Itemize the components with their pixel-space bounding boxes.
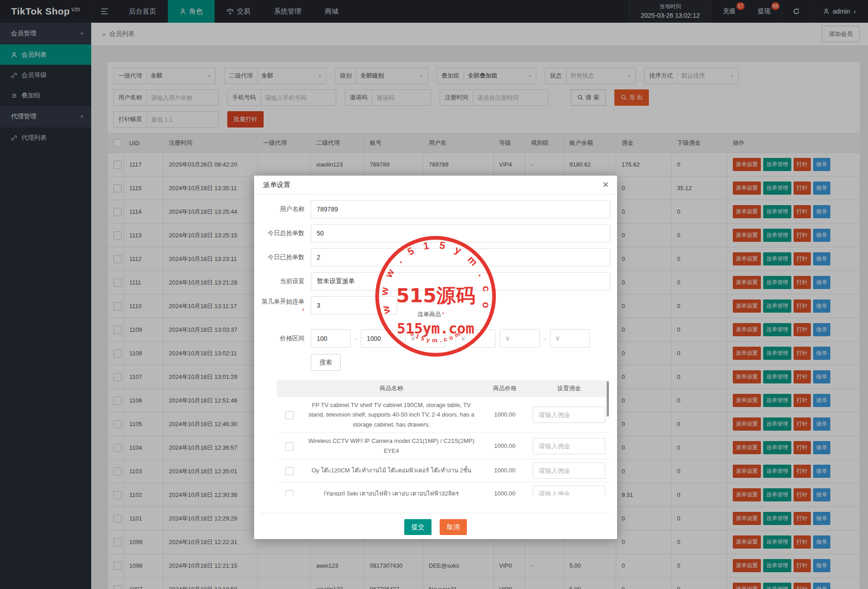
product-checkbox[interactable] (285, 411, 294, 419)
product-table-body: FP TV cabinet TV shelf TV cabinet 190CM,… (277, 397, 609, 496)
modal-field-label: 今日已抢单数 (261, 248, 304, 266)
commission-input[interactable] (533, 462, 605, 479)
chain-start-row: 第几单开始连单* 连单商品* (261, 296, 610, 329)
chain-product-label: 连单商品* (417, 310, 444, 319)
product-price: 1000.00 (481, 433, 529, 459)
product-checkbox[interactable] (285, 442, 294, 451)
modal-fields: 用户名称今日总抢单数今日已抢单数当前设置 (261, 200, 610, 290)
product-name: [Yangzi] Seki เตาอบไฟฟ้า เตาอบ เตาอบไฟฟ้… (302, 482, 481, 496)
modal-field-0: 用户名称 (261, 200, 610, 218)
product-checkbox[interactable] (285, 490, 294, 496)
product-commission-cell (529, 397, 609, 433)
price-dash: - (544, 335, 546, 342)
price-range-row: 价格区间 --- (261, 329, 610, 348)
product-price: 1000.00 (481, 482, 529, 496)
scrollbar-thumb[interactable] (607, 381, 609, 417)
product-row-1: Wireless CCTV WIFI IP Camera model C21(1… (277, 433, 609, 459)
price-input-10[interactable] (550, 329, 590, 348)
modal-title: 派单设置 (263, 181, 290, 189)
modal-search-button[interactable]: 搜索 (311, 354, 341, 371)
product-checkbox-cell (277, 397, 302, 433)
price-input-4[interactable] (405, 329, 445, 348)
product-price: 1000.00 (481, 397, 529, 433)
product-name: Wireless CCTV WIFI IP Camera model C21(1… (302, 433, 481, 459)
modal-footer: 提交 取消 (261, 513, 610, 535)
modal-field-input[interactable] (311, 272, 610, 290)
commission-input[interactable] (533, 438, 605, 454)
modal-field-label: 当前设置 (261, 272, 304, 290)
product-row-2: Oy โต๊ะ120CM โต๊ะทำงานไม้ โต๊ะคอมพิวเตอร… (277, 459, 609, 482)
product-table: 商品名称商品价格设置佣金 FP TV cabinet TV shelf TV c… (277, 380, 609, 496)
modal-field-label: 用户名称 (261, 200, 304, 218)
product-checkbox-cell (277, 482, 302, 496)
modal-field-label: 今日总抢单数 (261, 224, 304, 242)
required-asterisk: * (302, 307, 304, 314)
close-icon[interactable]: ✕ (603, 181, 609, 189)
product-commission-cell (529, 433, 609, 459)
modal-field-input[interactable] (311, 200, 610, 218)
price-input-8[interactable] (500, 329, 540, 348)
product-column-header-2: 设置佣金 (529, 380, 609, 397)
product-row-3: [Yangzi] Seki เตาอบไฟฟ้า เตาอบ เตาอบไฟฟ้… (277, 482, 609, 496)
modal-field-1: 今日总抢单数 (261, 224, 610, 242)
product-commission-cell (529, 459, 609, 482)
product-header-row: 商品名称商品价格设置佣金 (277, 380, 609, 397)
modal-header: 派单设置 ✕ (254, 176, 617, 194)
modal-field-2: 今日已抢单数 (261, 248, 610, 266)
modal-body: 用户名称今日总抢单数今日已抢单数当前设置 第几单开始连单* 连单商品* 价格区间… (254, 194, 617, 535)
product-table-wrap: 商品名称商品价格设置佣金 FP TV cabinet TV shelf TV c… (261, 380, 610, 496)
product-checkbox-cell (277, 459, 302, 482)
price-input-6[interactable] (456, 329, 495, 348)
product-commission-cell (529, 482, 609, 496)
product-checkbox-cell (277, 433, 302, 459)
modal-field-input[interactable] (311, 248, 610, 266)
product-column-header-1: 商品价格 (481, 380, 529, 397)
product-row-0: FP TV cabinet TV shelf TV cabinet 190CM,… (277, 397, 609, 433)
app: TikTok ShopV20 后台首页角色交易系统管理商城 当地时间 2025-… (0, 0, 868, 589)
cancel-button[interactable]: 取消 (440, 519, 467, 535)
modal-field-3: 当前设置 (261, 272, 610, 290)
product-price: 1000.00 (481, 459, 529, 482)
chain-start-label: 第几单开始连单* (261, 296, 304, 329)
price-range-inputs: --- (311, 329, 590, 348)
price-range-label: 价格区间 (261, 329, 304, 348)
submit-button[interactable]: 提交 (404, 519, 432, 535)
chain-start-input[interactable] (311, 296, 397, 314)
price-dash: - (449, 335, 451, 342)
dispatch-settings-modal: 派单设置 ✕ 用户名称今日总抢单数今日已抢单数当前设置 第几单开始连单* 连单商… (254, 176, 617, 539)
product-name: Oy โต๊ะ120CM โต๊ะทำงานไม้ โต๊ะคอมพิวเตอร… (302, 459, 481, 482)
modal-field-input[interactable] (311, 224, 610, 242)
product-name: FP TV cabinet TV shelf TV cabinet 190CM,… (302, 397, 481, 433)
price-input-2[interactable] (361, 329, 401, 348)
commission-input[interactable] (533, 407, 605, 423)
commission-input[interactable] (533, 486, 605, 496)
required-asterisk: * (442, 311, 444, 318)
product-column-header-0: 商品名称 (302, 380, 481, 397)
product-checkbox[interactable] (285, 467, 294, 475)
price-dash: - (355, 335, 357, 342)
price-input-0[interactable] (311, 329, 351, 348)
product-header-empty (277, 380, 302, 397)
